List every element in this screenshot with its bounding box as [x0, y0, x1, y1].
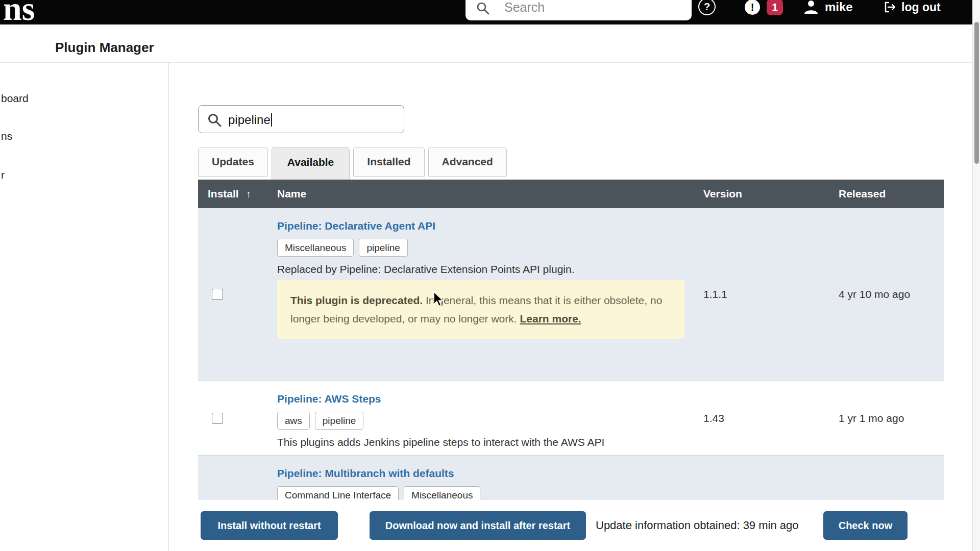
install-cell	[198, 208, 267, 381]
footer-action-bar: Install without restart Download now and…	[169, 500, 980, 551]
version-cell: 1.43	[693, 381, 828, 455]
plugin-filter-input[interactable]: pipeline	[198, 105, 404, 133]
tab-installed[interactable]: Installed	[353, 147, 424, 177]
sidebar-item-dashboard[interactable]: board	[1, 92, 29, 105]
name-cell: Pipeline: AWS Steps aws pipeline This pl…	[267, 381, 693, 455]
install-checkbox[interactable]	[212, 413, 223, 424]
navbar-search-input[interactable]: Search	[465, 0, 692, 20]
logout-button[interactable]: log out	[901, 0, 941, 14]
install-cell	[198, 381, 267, 455]
filter-value: pipeline	[228, 112, 272, 127]
table-row: Pipeline: Declarative Agent API Miscella…	[198, 208, 944, 381]
install-without-restart-button[interactable]: Install without restart	[201, 511, 338, 540]
plugin-table-header: Install↑ Name Version Released	[198, 180, 944, 208]
column-header-released[interactable]: Released	[828, 188, 944, 200]
help-glyph: ?	[704, 1, 710, 13]
released-cell: 1 yr 1 mo ago	[828, 381, 944, 455]
logout-icon	[883, 0, 897, 14]
column-header-name[interactable]: Name	[267, 188, 693, 200]
download-and-install-button[interactable]: Download now and install after restart	[370, 511, 586, 540]
plugin-link[interactable]: Pipeline: Multibranch with defaults	[277, 467, 454, 480]
tab-updates[interactable]: Updates	[198, 147, 268, 177]
plugin-tabs: Updates Available Installed Advanced	[198, 147, 507, 180]
learn-more-link[interactable]: Learn more.	[520, 313, 581, 324]
update-info-text: Update information obtained: 39 min ago	[596, 518, 798, 533]
jenkins-plugin-manager-screen: ns Search ? ! 1 mike log out Plugin Mana…	[0, 0, 980, 551]
header-divider	[0, 62, 980, 63]
sidebar-item-plugins[interactable]: ns	[1, 130, 12, 142]
plugin-description: This plugins adds Jenkins pipeline steps…	[277, 436, 693, 449]
sidebar-divider	[168, 62, 169, 551]
deprecation-warning: This plugin is deprecated. In general, t…	[277, 280, 684, 339]
plugin-link[interactable]: Pipeline: Declarative Agent API	[277, 219, 435, 233]
text-caret	[271, 113, 272, 127]
install-checkbox[interactable]	[212, 289, 223, 300]
tag-row: aws pipeline	[277, 412, 693, 430]
alert-glyph: !	[751, 2, 754, 13]
table-row: Pipeline: AWS Steps aws pipeline This pl…	[198, 381, 944, 456]
user-icon	[803, 0, 819, 15]
released-cell: 4 yr 10 mo ago	[828, 208, 944, 381]
user-menu[interactable]: mike	[825, 0, 853, 14]
version-cell: 1.1.1	[693, 208, 828, 381]
vertical-scrollbar[interactable]	[972, 0, 980, 551]
sort-ascending-icon: ↑	[246, 188, 251, 199]
tag-label[interactable]: aws	[277, 412, 310, 430]
page-title: Plugin Manager	[55, 40, 154, 56]
plugin-link[interactable]: Pipeline: AWS Steps	[277, 392, 381, 406]
jenkins-logo[interactable]: ns	[3, 0, 35, 26]
column-header-install[interactable]: Install↑	[198, 188, 267, 200]
notification-warning-icon[interactable]: !	[745, 0, 760, 15]
top-navbar: ns Search ? ! 1 mike log out	[0, 0, 980, 24]
navbar-search-placeholder: Search	[504, 0, 545, 14]
deprecation-lead: This plugin is deprecated.	[290, 294, 423, 306]
column-header-version[interactable]: Version	[693, 188, 828, 200]
plugin-description: Replaced by Pipeline: Declarative Extens…	[277, 263, 693, 276]
tab-available[interactable]: Available	[272, 147, 350, 180]
tab-advanced[interactable]: Advanced	[428, 147, 507, 177]
tag-label[interactable]: Miscellaneous	[277, 239, 354, 257]
check-now-button[interactable]: Check now	[823, 511, 908, 540]
tag-label[interactable]: pipeline	[359, 239, 408, 257]
help-icon[interactable]: ?	[698, 0, 716, 15]
tag-row: Miscellaneous pipeline	[277, 239, 693, 257]
sidebar-item-update-center[interactable]: r	[1, 168, 5, 181]
name-cell: Pipeline: Declarative Agent API Miscella…	[267, 208, 693, 381]
search-icon	[476, 1, 490, 15]
tag-label[interactable]: pipeline	[315, 412, 364, 430]
scrollbar-thumb[interactable]	[974, 22, 979, 164]
search-icon	[207, 112, 222, 128]
notification-badge[interactable]: 1	[767, 0, 783, 15]
